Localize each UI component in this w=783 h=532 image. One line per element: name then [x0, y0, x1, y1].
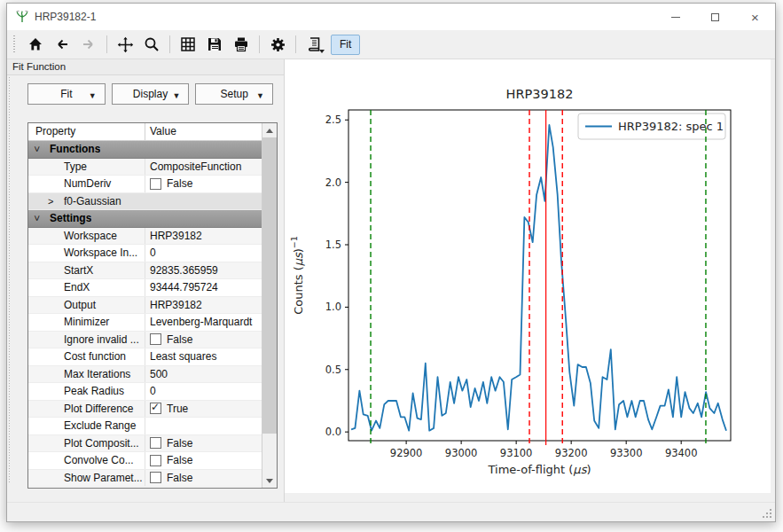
- fit-dropdown-label: Fit: [60, 88, 72, 100]
- gear-icon: [270, 36, 286, 53]
- checkbox[interactable]: [150, 437, 161, 449]
- property-name: Cost function: [28, 348, 145, 365]
- table-row[interactable]: EndX93444.795724: [28, 279, 262, 297]
- scrollbar-track[interactable]: [262, 137, 277, 473]
- pan-button[interactable]: [112, 33, 138, 56]
- property-value[interactable]: HRP39182: [145, 299, 262, 311]
- property-value[interactable]: False: [145, 454, 262, 466]
- table-row[interactable]: >f0-Gaussian: [28, 193, 262, 211]
- close-button[interactable]: ×: [735, 4, 775, 30]
- triangle-down-icon: [266, 479, 273, 483]
- chevron-down-icon[interactable]: >: [32, 146, 43, 152]
- generate-script-button[interactable]: [301, 33, 327, 56]
- property-value[interactable]: 93444.795724: [145, 281, 262, 293]
- table-row[interactable]: Show Paramet...False: [28, 470, 262, 488]
- save-button[interactable]: [201, 33, 228, 56]
- table-row[interactable]: >Settings: [28, 210, 262, 228]
- grid-button[interactable]: [175, 33, 201, 56]
- table-row[interactable]: Convolve Co...False: [28, 452, 262, 470]
- table-row[interactable]: Plot DifferenceTrue: [28, 401, 262, 419]
- property-value[interactable]: False: [145, 177, 262, 190]
- setup-dropdown-label: Setup: [221, 88, 248, 100]
- minimize-button[interactable]: [655, 4, 695, 30]
- toolbar-drag-handle[interactable]: [12, 35, 17, 53]
- table-row[interactable]: Cost functionLeast squares: [28, 348, 262, 366]
- print-button[interactable]: [228, 33, 254, 56]
- property-value[interactable]: False: [145, 472, 262, 484]
- zoom-button[interactable]: [138, 33, 165, 56]
- table-row[interactable]: NumDerivFalse: [28, 176, 262, 193]
- x-tick-label: 92900: [390, 447, 423, 459]
- y-tick-label: 0.0: [325, 426, 341, 438]
- checkbox[interactable]: [150, 455, 161, 466]
- y-tick-label: 1.5: [325, 239, 341, 251]
- table-row[interactable]: OutputHRP39182: [28, 297, 262, 315]
- table-row[interactable]: WorkspaceHRP39182: [28, 228, 262, 246]
- checkbox[interactable]: [150, 403, 161, 414]
- table-row[interactable]: Workspace In...0: [28, 245, 262, 262]
- toolbar-separator: [259, 35, 260, 53]
- dock-drag-handle[interactable]: [8, 77, 12, 484]
- property-name: StartX: [28, 262, 145, 279]
- chevron-down-icon: [319, 50, 325, 53]
- property-value[interactable]: False: [145, 333, 262, 346]
- table-row[interactable]: Exclude Range: [28, 418, 262, 435]
- table-row[interactable]: >Functions: [28, 141, 262, 159]
- property-value[interactable]: True: [145, 403, 262, 415]
- home-button[interactable]: [22, 33, 49, 56]
- y-tick-label: 0.5: [325, 364, 341, 376]
- table-row[interactable]: StartX92835.365959: [28, 262, 262, 280]
- column-header-value[interactable]: Value: [145, 123, 262, 140]
- table-row[interactable]: Max Iterations500: [28, 366, 262, 384]
- plot-toolbar: Fit: [7, 30, 775, 59]
- plot-legend[interactable]: HRP39182: spec 1: [578, 113, 725, 139]
- property-name: EndX: [28, 279, 145, 296]
- scroll-up-button[interactable]: [262, 123, 277, 137]
- toolbar-separator: [169, 35, 170, 53]
- table-scrollbar[interactable]: [262, 123, 277, 488]
- column-header-property[interactable]: Property: [28, 123, 145, 140]
- plot-canvas[interactable]: 9290093000931009320093300934000.00.51.01…: [285, 59, 771, 493]
- toolbar-separator: [295, 35, 296, 53]
- setup-dropdown-button[interactable]: Setup ▼: [195, 83, 273, 105]
- checkbox[interactable]: [150, 472, 161, 483]
- table-row[interactable]: Plot Composit...False: [28, 435, 262, 453]
- property-name: Plot Composit...: [28, 435, 145, 452]
- property-value[interactable]: 92835.365959: [145, 264, 262, 277]
- scroll-down-button[interactable]: [262, 473, 277, 488]
- chevron-down-icon[interactable]: >: [32, 215, 43, 221]
- display-dropdown-button[interactable]: Display ▼: [112, 83, 190, 105]
- property-value[interactable]: Least squares: [145, 350, 262, 363]
- forward-button[interactable]: [75, 33, 102, 56]
- property-value[interactable]: 0: [145, 385, 262, 397]
- maximize-button[interactable]: [695, 4, 735, 30]
- x-tick-label: 93300: [610, 447, 643, 459]
- property-value[interactable]: False: [145, 437, 262, 450]
- save-icon: [207, 36, 223, 52]
- checkbox[interactable]: [150, 333, 161, 345]
- chevron-right-icon[interactable]: >: [48, 196, 53, 207]
- checkbox[interactable]: [150, 178, 161, 190]
- table-row[interactable]: TypeCompositeFunction: [28, 159, 262, 176]
- property-value[interactable]: 0: [145, 246, 262, 259]
- resize-grip[interactable]: [762, 508, 772, 519]
- title-bar[interactable]: HRP39182-1 ×: [7, 4, 775, 30]
- table-row[interactable]: Peak Radius0: [28, 383, 262, 401]
- property-name: NumDeriv: [28, 176, 145, 192]
- property-name: Show Paramet...: [28, 470, 145, 487]
- property-value[interactable]: Levenberg-Marquardt: [145, 316, 262, 328]
- magnifier-icon: [144, 36, 160, 52]
- chevron-down-icon: ▼: [172, 91, 180, 100]
- dock-title: Fit Function: [7, 59, 284, 75]
- scrollbar-thumb[interactable]: [262, 137, 277, 434]
- property-value[interactable]: 500: [145, 368, 262, 380]
- fit-dropdown-button[interactable]: Fit ▼: [27, 83, 106, 105]
- table-row[interactable]: Ignore invalid ...False: [28, 332, 262, 349]
- back-button[interactable]: [49, 33, 75, 56]
- property-value[interactable]: CompositeFunction: [145, 160, 262, 173]
- fit-toggle-button[interactable]: Fit: [331, 35, 360, 55]
- property-value[interactable]: HRP39182: [145, 230, 262, 242]
- table-row[interactable]: MinimizerLevenberg-Marquardt: [28, 314, 262, 332]
- home-icon: [27, 36, 43, 52]
- settings-button[interactable]: [264, 33, 291, 56]
